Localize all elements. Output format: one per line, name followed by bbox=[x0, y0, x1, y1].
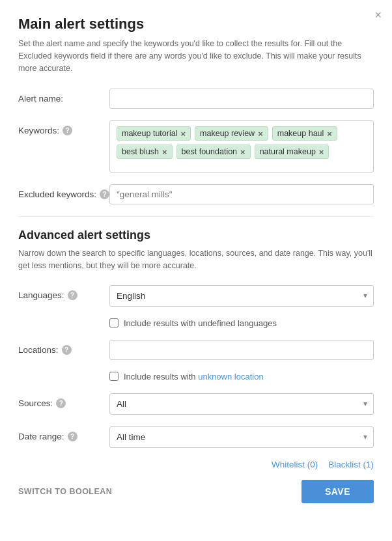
excluded-keywords-label: Excluded keywords: ? bbox=[18, 184, 109, 199]
keyword-text: makeup review bbox=[200, 129, 255, 138]
keywords-row: Keywords: ? makeup tutorial × makeup rev… bbox=[18, 120, 374, 173]
main-section-title: Main alert settings bbox=[18, 16, 374, 33]
keyword-text: natural makeup bbox=[260, 147, 316, 156]
locations-row: Locations: ? Canada bbox=[18, 340, 374, 360]
date-range-select[interactable]: All time Last 24 hours Last 7 days Last … bbox=[109, 426, 374, 448]
locations-help-icon[interactable]: ? bbox=[62, 345, 72, 355]
date-range-label: Date range: ? bbox=[18, 426, 109, 441]
keyword-text: best blush bbox=[122, 147, 159, 156]
sources-help-icon[interactable]: ? bbox=[56, 398, 66, 408]
languages-label: Languages: ? bbox=[18, 285, 109, 300]
main-section-subtitle: Set the alert name and specify the keywo… bbox=[18, 38, 374, 74]
undefined-languages-checkbox[interactable] bbox=[109, 318, 119, 327]
sources-control: All News Blogs Social Media Forums Video… bbox=[109, 393, 374, 415]
sources-select[interactable]: All News Blogs Social Media Forums Video… bbox=[109, 393, 374, 415]
main-modal: × Main alert settings Set the alert name… bbox=[0, 0, 392, 541]
keyword-remove-4[interactable]: × bbox=[240, 148, 245, 156]
alert-name-row: Alert name: glossier bbox=[18, 89, 374, 109]
unknown-location-checkbox[interactable] bbox=[109, 372, 119, 381]
section-divider bbox=[18, 216, 374, 217]
excluded-keywords-row: Excluded keywords: ? bbox=[18, 184, 374, 204]
excluded-keywords-help-icon[interactable]: ? bbox=[100, 189, 109, 199]
date-range-help-icon[interactable]: ? bbox=[68, 432, 77, 441]
languages-control: English French German Spanish Italian Po… bbox=[109, 285, 374, 307]
save-button[interactable]: SAVE bbox=[301, 480, 374, 503]
modal-footer: SWITCH TO BOOLEAN SAVE bbox=[18, 480, 374, 503]
keywords-box[interactable]: makeup tutorial × makeup review × makeup… bbox=[109, 120, 374, 173]
languages-row: Languages: ? English French German Spani… bbox=[18, 285, 374, 307]
keyword-text: makeup tutorial bbox=[122, 129, 177, 138]
keyword-tag: makeup haul × bbox=[272, 126, 337, 141]
excluded-keywords-control bbox=[109, 184, 374, 204]
advanced-section-title: Advanced alert settings bbox=[18, 229, 374, 242]
blacklist-link[interactable]: Blacklist (1) bbox=[328, 460, 374, 469]
languages-select-wrapper: English French German Spanish Italian Po… bbox=[109, 285, 374, 307]
undefined-languages-label[interactable]: Include results with Include results wit… bbox=[124, 318, 277, 328]
keyword-remove-1[interactable]: × bbox=[258, 130, 263, 138]
sources-label: Sources: ? bbox=[18, 393, 109, 408]
alert-name-label: Alert name: bbox=[18, 89, 109, 104]
keyword-text: makeup haul bbox=[277, 129, 324, 138]
locations-control: Canada bbox=[109, 340, 374, 360]
languages-help-icon[interactable]: ? bbox=[68, 290, 77, 300]
keyword-remove-0[interactable]: × bbox=[180, 130, 186, 138]
keywords-help-icon[interactable]: ? bbox=[63, 126, 72, 135]
keyword-tag: natural makeup × bbox=[255, 145, 329, 159]
keyword-tag: makeup review × bbox=[195, 126, 268, 141]
switch-boolean-button[interactable]: SWITCH TO BOOLEAN bbox=[18, 487, 112, 496]
keyword-tag: best foundation × bbox=[176, 145, 251, 159]
languages-select[interactable]: English French German Spanish Italian Po… bbox=[109, 285, 374, 307]
alert-name-control: glossier bbox=[109, 89, 374, 109]
unknown-location-label[interactable]: Include results with unknown location bbox=[124, 372, 264, 381]
close-button[interactable]: × bbox=[374, 9, 382, 21]
keyword-text: best foundation bbox=[182, 147, 238, 156]
keywords-label: Keywords: ? bbox=[18, 120, 109, 135]
keywords-control: makeup tutorial × makeup review × makeup… bbox=[109, 120, 374, 173]
keyword-remove-3[interactable]: × bbox=[162, 148, 167, 156]
date-range-row: Date range: ? All time Last 24 hours Las… bbox=[18, 426, 374, 448]
keyword-remove-5[interactable]: × bbox=[319, 148, 324, 156]
keyword-tag: makeup tutorial × bbox=[117, 126, 191, 141]
sources-row: Sources: ? All News Blogs Social Media F… bbox=[18, 393, 374, 415]
undefined-languages-row: Include results with Include results wit… bbox=[109, 318, 374, 328]
unknown-location-row: Include results with unknown location bbox=[109, 372, 374, 381]
whitelist-link[interactable]: Whitelist (0) bbox=[272, 460, 318, 469]
bottom-links: Whitelist (0) Blacklist (1) bbox=[18, 460, 374, 469]
keyword-remove-2[interactable]: × bbox=[327, 130, 332, 138]
date-range-control: All time Last 24 hours Last 7 days Last … bbox=[109, 426, 374, 448]
alert-name-input[interactable]: glossier bbox=[109, 89, 374, 109]
advanced-section-subtitle: Narrow down the search to specific langu… bbox=[18, 247, 374, 272]
excluded-keywords-input[interactable] bbox=[109, 184, 374, 204]
date-range-select-wrapper: All time Last 24 hours Last 7 days Last … bbox=[109, 426, 374, 448]
locations-input[interactable]: Canada bbox=[109, 340, 374, 360]
locations-label: Locations: ? bbox=[18, 340, 109, 355]
sources-select-wrapper: All News Blogs Social Media Forums Video… bbox=[109, 393, 374, 415]
keyword-tag: best blush × bbox=[117, 145, 173, 159]
